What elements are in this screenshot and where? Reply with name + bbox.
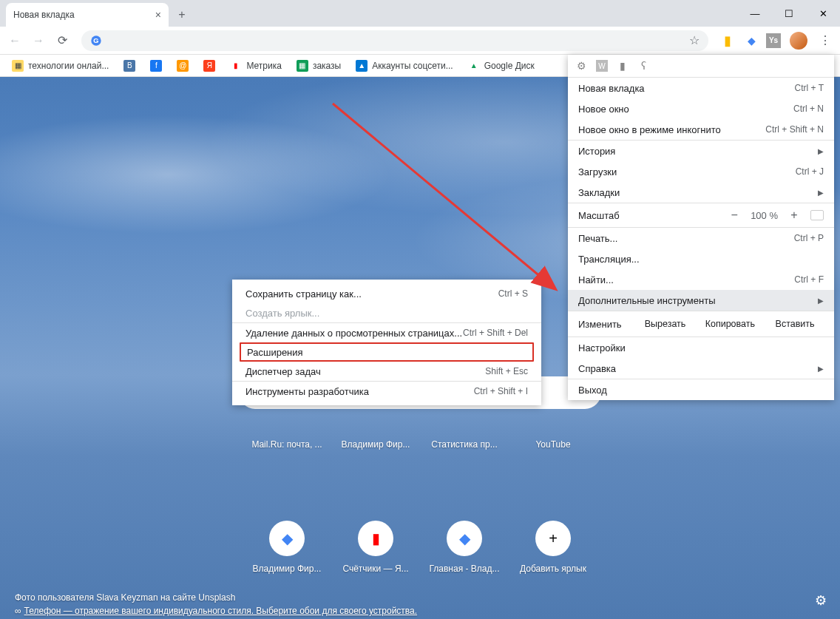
new-tab-button[interactable]: + [172,4,192,25]
profile-avatar[interactable] [790,32,807,50]
menu-exit[interactable]: Выход [568,379,834,400]
window-controls: — ☐ ✕ [738,0,840,27]
bookmark-item[interactable]: ▲Аккаунты соцсети... [350,58,458,74]
menu-settings[interactable]: Настройки [568,337,834,358]
shortcut-item[interactable]: ◆Главная - Влад... [427,521,501,574]
footer-promo-link[interactable]: ∞ Телефон — отражение вашего индивидуаль… [15,606,417,616]
menu-new-window[interactable]: Новое окноCtrl + N [568,98,834,119]
shortcut-item[interactable]: YouTube [516,439,590,450]
shortcuts-row: Mail.Ru: почта, ... Владимир Фир... Стат… [250,439,590,450]
menu-history[interactable]: История▶ [568,141,834,161]
shortcut-item[interactable]: ◆Владимир Фир... [250,521,324,574]
chevron-right-icon: ▶ [818,297,824,305]
shortcut-item[interactable]: Статистика пр... [427,439,501,450]
bookmark-item[interactable]: ▦заказы [291,58,347,74]
zoom-value: 100 % [751,210,778,221]
bookmark-item[interactable]: ▦технологии онлай... [6,58,115,74]
bookmark-item[interactable]: f [144,58,168,74]
shortcut-item[interactable]: ▮Счётчики — Я... [339,521,413,574]
chevron-right-icon: ▶ [818,147,824,155]
menu-help[interactable]: Справка▶ [568,358,834,379]
toolbar: ← → ⟳ G ☆ ▮ ◆ Ys ⋮ [0,27,840,55]
menu-bookmarks[interactable]: Закладки▶ [568,182,834,203]
fullscreen-button[interactable] [810,210,824,220]
chevron-right-icon: ▶ [818,365,824,373]
submenu-developer-tools[interactable]: Инструменты разработчикаCtrl + Shift + I [232,382,541,401]
shortcut-item[interactable]: Владимир Фир... [339,439,413,450]
chrome-main-menu: ⚙ W ▮ ʕ Новая вкладкаCtrl + T Новое окно… [568,55,834,400]
copy-button[interactable]: Копировать [701,319,759,329]
reload-button[interactable]: ⟳ [52,30,72,51]
gear-icon[interactable]: ⚙ [575,60,587,72]
extension-icon-3[interactable]: Ys [766,33,781,48]
bookmark-item[interactable]: Я [197,58,221,74]
chevron-right-icon: ▶ [818,189,824,197]
bookmark-star-icon[interactable]: ☆ [689,33,700,47]
bookmark-item[interactable]: ▮Метрика [224,58,287,74]
submenu-task-manager[interactable]: Диспетчер задачShift + Esc [232,362,541,381]
bookmark-item[interactable]: @ [171,58,194,74]
menu-extension-icons: ⚙ W ▮ ʕ [568,55,834,77]
extension-icon-2[interactable]: ◆ [742,32,760,50]
submenu-extensions[interactable]: Расширения [240,342,534,362]
svg-text:G: G [93,36,98,44]
menu-incognito[interactable]: Новое окно в режиме инкогнитоCtrl + Shif… [568,119,834,140]
shortcuts-row: ◆Владимир Фир... ▮Счётчики — Я... ◆Главн… [250,521,590,574]
paste-button[interactable]: Вставить [766,319,824,329]
shortcut-item[interactable]: Mail.Ru: почта, ... [250,439,324,450]
photo-attribution: Фото пользователя Slava Keyzman на сайте… [15,592,235,603]
minimize-button[interactable]: — [738,0,772,27]
ext-lasso-icon[interactable]: ʕ [637,60,649,72]
menu-new-tab[interactable]: Новая вкладкаCtrl + T [568,78,834,98]
close-tab-icon[interactable]: × [155,9,161,21]
more-tools-submenu: Сохранить страницу как...Ctrl + S Создат… [232,280,541,405]
zoom-in-button[interactable]: + [788,209,800,222]
submenu-save-page-as[interactable]: Сохранить страницу как...Ctrl + S [232,284,541,303]
maximize-button[interactable]: ☐ [772,0,806,27]
google-favicon-icon: G [90,35,102,47]
menu-zoom: Масштаб − 100 % + [568,203,834,227]
chrome-menu-button[interactable]: ⋮ [815,30,836,51]
close-window-button[interactable]: ✕ [806,0,840,27]
back-button[interactable]: ← [4,30,25,51]
extension-icon-1[interactable]: ▮ [719,32,736,50]
titlebar: Новая вкладка × + — ☐ ✕ [0,0,840,27]
menu-print[interactable]: Печать...Ctrl + P [568,228,834,248]
infinity-icon: ∞ [15,606,21,616]
submenu-clear-browsing-data[interactable]: Удаление данных о просмотренных страница… [232,323,541,342]
ext-w-icon[interactable]: W [596,60,608,72]
bookmark-item[interactable]: ▲Google Диск [462,58,541,74]
add-shortcut-button[interactable]: +Добавить ярлык [516,521,590,574]
bookmark-item[interactable]: В [118,58,141,74]
tab-title: Новая вкладка [13,10,75,20]
zoom-out-button[interactable]: − [728,209,740,222]
menu-cast[interactable]: Трансляция... [568,248,834,269]
customize-gear-icon[interactable]: ⚙ [815,592,827,609]
browser-tab[interactable]: Новая вкладка × [6,3,169,27]
forward-button[interactable]: → [28,30,49,51]
menu-more-tools[interactable]: Дополнительные инструменты▶ [568,290,834,311]
submenu-create-shortcut: Создать ярлык... [232,303,541,322]
ext-square-icon[interactable]: ▮ [617,60,629,72]
menu-downloads[interactable]: ЗагрузкиCtrl + J [568,161,834,182]
menu-edit-row: Изменить Вырезать Копировать Вставить [568,311,834,336]
address-bar[interactable]: G ☆ [81,30,708,51]
cut-button[interactable]: Вырезать [637,319,694,329]
menu-find[interactable]: Найти...Ctrl + F [568,269,834,290]
